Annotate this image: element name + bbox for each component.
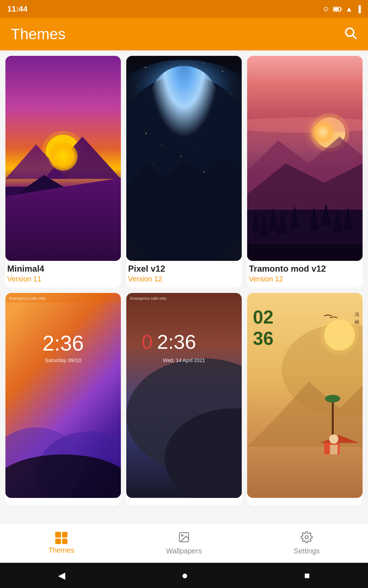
svg-line-1 (353, 35, 356, 39)
svg-point-82 (181, 535, 183, 536)
theme-preview-pixel (126, 56, 242, 261)
theme-info-minimal4: Minimal4 Version 11 (5, 261, 121, 288)
theme-preview-lockscreen1: Emergency calls only 2:36 Saturday 09/10 (5, 293, 121, 498)
theme-card-tramonto[interactable]: Tramonto mod v12 Version 12 (247, 56, 363, 288)
svg-text:02: 02 (253, 307, 273, 328)
app-bar: Themes (0, 18, 368, 50)
theme-card-lockscreen2[interactable]: Emergency calls only 0 2:36 Wed, 14 Apri… (126, 293, 242, 505)
theme-preview-tramonto (247, 56, 363, 261)
search-button[interactable] (343, 26, 357, 43)
battery-icon (333, 7, 341, 12)
theme-card-pixel[interactable]: Pixel v12 Version 12 (126, 56, 242, 288)
status-icons: ⊙ ▲ ▐ (323, 5, 361, 13)
theme-version-minimal4: Version 11 (7, 275, 119, 283)
svg-rect-24 (161, 144, 162, 145)
svg-rect-2 (5, 56, 121, 261)
theme-version-tramonto: Version 12 (249, 275, 361, 283)
svg-text:2:36: 2:36 (43, 331, 84, 355)
theme-info-pixel: Pixel v12 Version 12 (126, 261, 242, 288)
themes-grid-icon (55, 532, 67, 544)
svg-rect-27 (153, 164, 154, 164)
svg-text:0: 0 (142, 331, 153, 353)
svg-marker-7 (5, 187, 121, 261)
bottom-navigation: Themes Wallpapers Settings (0, 523, 368, 563)
wallpapers-icon (178, 531, 190, 545)
signal-icon: ▐ (356, 5, 361, 13)
svg-text:Emergency calls only: Emergency calls only (130, 296, 167, 300)
nav-wallpapers[interactable]: Wallpapers (162, 531, 206, 555)
svg-point-79 (329, 435, 338, 444)
svg-marker-9 (21, 206, 32, 225)
theme-card-chinese[interactable]: 02 36 洗 碗 (247, 293, 363, 505)
svg-rect-25 (180, 156, 181, 157)
home-button[interactable]: ● (181, 569, 188, 582)
theme-preview-chinese: 02 36 洗 碗 (247, 293, 363, 498)
recent-button[interactable]: ■ (304, 570, 310, 581)
status-bar: 11:44 ⊙ ▲ ▐ (0, 0, 368, 18)
theme-name-tramonto: Tramonto mod v12 (249, 264, 361, 274)
system-nav: ◀ ● ■ (0, 563, 368, 588)
svg-rect-80 (330, 445, 337, 454)
theme-preview-lockscreen2: Emergency calls only 0 2:36 Wed, 14 Apri… (126, 293, 242, 498)
nav-settings-label: Settings (294, 547, 320, 555)
svg-rect-23 (145, 133, 146, 134)
theme-name-minimal4: Minimal4 (7, 264, 119, 274)
svg-marker-33 (126, 158, 242, 261)
svg-point-83 (305, 536, 308, 539)
theme-card-minimal4[interactable]: Minimal4 Version 11 (5, 56, 121, 288)
theme-card-lockscreen1[interactable]: Emergency calls only 2:36 Saturday 09/10 (5, 293, 121, 505)
nav-themes-label: Themes (48, 546, 74, 554)
theme-version-pixel: Version 12 (128, 275, 240, 283)
nav-themes[interactable]: Themes (40, 532, 83, 554)
main-content: Minimal4 Version 11 (0, 50, 368, 523)
nav-settings[interactable]: Settings (285, 531, 328, 555)
svg-point-54 (5, 454, 121, 498)
app-title: Themes (11, 26, 66, 43)
svg-point-70 (320, 316, 359, 355)
svg-rect-26 (196, 148, 196, 149)
svg-rect-28 (203, 171, 204, 172)
wifi-icon: ▲ (345, 5, 352, 13)
svg-text:36: 36 (253, 328, 273, 349)
svg-marker-11 (82, 208, 94, 229)
svg-rect-50 (247, 244, 363, 261)
theme-preview-minimal4 (5, 56, 121, 261)
svg-marker-13 (52, 214, 63, 233)
theme-grid: Minimal4 Version 11 (5, 56, 363, 505)
settings-icon (301, 531, 313, 545)
theme-info-tramonto: Tramonto mod v12 Version 12 (247, 261, 363, 288)
status-time: 11:44 (7, 4, 27, 14)
theme-info-chinese (247, 498, 363, 505)
svg-text:Saturday 09/10: Saturday 09/10 (45, 357, 81, 363)
profile-icon: ⊙ (323, 5, 329, 13)
svg-point-76 (325, 395, 341, 402)
svg-text:碗: 碗 (355, 319, 359, 325)
svg-text:Wed, 14 April 2021: Wed, 14 April 2021 (163, 357, 205, 363)
back-button[interactable]: ◀ (58, 570, 65, 581)
nav-wallpapers-label: Wallpapers (166, 547, 202, 555)
theme-info-lockscreen2 (126, 498, 242, 505)
svg-text:洗: 洗 (355, 312, 359, 317)
svg-text:Emergency calls only: Emergency calls only (9, 296, 46, 300)
svg-text:2:36: 2:36 (157, 331, 196, 353)
svg-marker-10 (27, 210, 38, 233)
theme-info-lockscreen1 (5, 498, 121, 505)
theme-name-pixel: Pixel v12 (128, 264, 240, 274)
svg-marker-12 (98, 206, 109, 225)
svg-point-37 (247, 117, 363, 133)
